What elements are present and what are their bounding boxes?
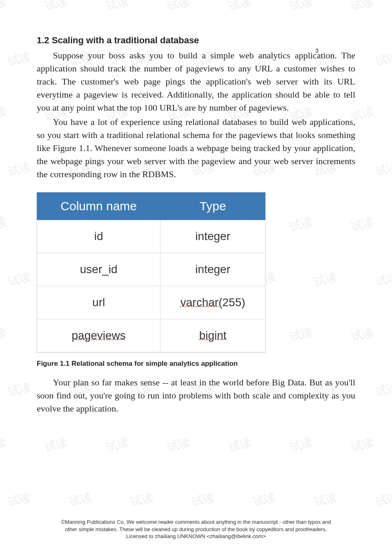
watermark-text: 试读 [227,434,253,455]
footer-line-3: Licensed to zhailiang UNKNOWN <zhailiang… [37,533,355,540]
watermark-text: 试读 [252,489,278,510]
watermark-text: 试读 [374,158,392,179]
watermark-text: 试读 [166,0,192,14]
watermark-text: 试读 [7,269,33,289]
paragraph-2: You have a lot of experience using relat… [37,116,355,180]
watermark-text: 试读 [227,0,253,14]
schema-table: Column name Type idintegeruser_idinteger… [37,192,265,352]
watermark-text: 试读 [350,434,376,455]
cell-type: varchar(255) [160,286,265,319]
watermark-text: 试读 [288,434,314,455]
watermark-text: 试读 [43,0,69,14]
col-header-name: Column name [37,192,160,220]
watermark-text: 试读 [0,0,8,14]
cell-column-name: id [37,220,160,253]
watermark-text: 试读 [105,0,131,14]
watermark-text: 试读 [0,324,8,345]
page-number: 3 [315,47,318,54]
table-header-row: Column name Type [37,192,265,220]
watermark-text: 试读 [7,379,33,400]
watermark-text: 试读 [105,434,131,455]
cell-type: integer [160,220,265,253]
watermark-text: 试读 [7,48,33,69]
cell-type: integer [160,253,265,286]
table-row: idinteger [37,220,265,253]
table-row: urlvarchar(255) [37,286,265,319]
watermark-text: 试读 [7,158,33,179]
watermark-text: 试读 [374,48,392,69]
paragraph-3: Your plan so far makes sense -- at least… [37,376,355,415]
watermark-text: 试读 [374,379,392,400]
figure-caption: Figure 1.1 Relational schema for simple … [37,360,355,368]
footer-line-2: other simple mistakes. These will be cle… [37,526,355,533]
watermark-text: 试读 [68,489,94,510]
footer: ©Manning Publications Co. We welcome rea… [37,518,355,540]
watermark-text: 试读 [0,434,8,455]
table-row: user_idinteger [37,253,265,286]
watermark-text: 试读 [374,489,392,510]
footer-line-1: ©Manning Publications Co. We welcome rea… [37,518,355,526]
section-heading: 1.2 Scaling with a traditional database [37,35,355,46]
watermark-text: 试读 [313,489,339,510]
watermark-text: 试读 [374,269,392,289]
cell-column-name: url [37,286,160,319]
figure-1-1: Column name Type idintegeruser_idinteger… [37,192,355,368]
watermark-text: 试读 [0,214,8,234]
watermark-text: 试读 [350,0,376,14]
col-header-type: Type [160,192,265,220]
watermark-text: 试读 [7,489,33,510]
cell-type: bigint [160,319,265,352]
watermark-text: 试读 [43,434,69,455]
watermark-text: 试读 [190,489,216,510]
cell-column-name: user_id [37,253,160,286]
table-row: pageviewsbigint [37,319,265,352]
section-title-text: Scaling with a traditional database [52,35,199,45]
watermark-text: 试读 [0,103,8,124]
section-number: 1.2 [37,35,49,45]
watermark-text: 试读 [288,0,314,14]
watermark-text: 试读 [129,489,155,510]
cell-column-name: pageviews [37,319,160,352]
watermark-text: 试读 [166,434,192,455]
paragraph-1: Suppose your boss asks you to build a si… [37,49,355,114]
